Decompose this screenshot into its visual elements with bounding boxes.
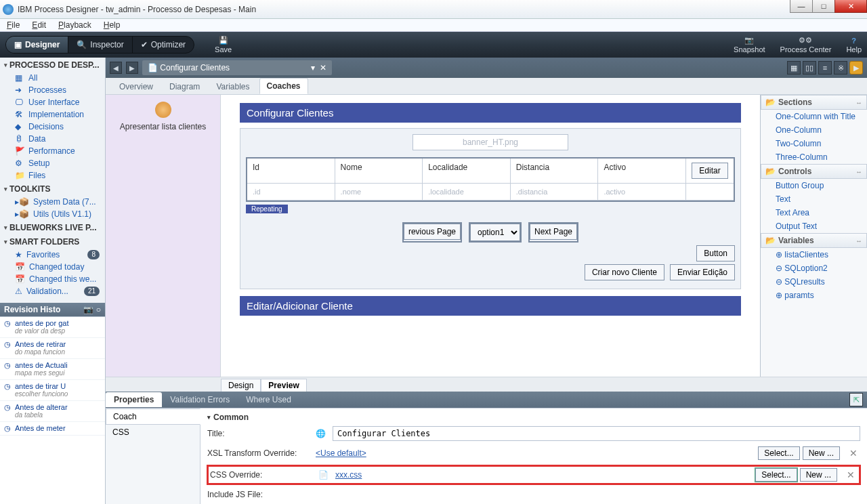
sidebar-item-utils[interactable]: ▸📦Utils (Utils V1.1) bbox=[0, 208, 105, 220]
page-select[interactable]: option1 bbox=[470, 224, 520, 241]
snapshot-button[interactable]: 📷Snapshot bbox=[734, 36, 765, 54]
palette-item[interactable]: Two-Column bbox=[761, 137, 867, 150]
revision-item[interactable]: ◷antes de tirar Uescolher funciono bbox=[0, 380, 105, 401]
palette-item[interactable]: Output Text bbox=[761, 219, 867, 233]
tab-overview[interactable]: Overview bbox=[112, 79, 160, 94]
title-input[interactable] bbox=[333, 426, 860, 441]
tab-inspector[interactable]: 🔍Inspector bbox=[68, 37, 132, 53]
palette-var[interactable]: ⊕ paramts bbox=[761, 289, 867, 302]
revision-item[interactable]: ◷antes de Actualimapa mes segui bbox=[0, 359, 105, 380]
section-header[interactable]: Configurar Clientes bbox=[240, 103, 741, 123]
locale-icon[interactable]: 🌐 bbox=[316, 429, 326, 438]
banner-placeholder[interactable]: banner_HT.png bbox=[413, 134, 568, 150]
palette-item[interactable]: One-Column bbox=[761, 123, 867, 137]
sidebar-item-setup[interactable]: ⚙Setup bbox=[0, 157, 105, 169]
revision-item[interactable]: ◷Antes de retirardo mapa funcion bbox=[0, 338, 105, 359]
palette-item[interactable]: Three-Column bbox=[761, 150, 867, 164]
close-tab-icon[interactable]: ✕ bbox=[320, 63, 326, 72]
menu-help[interactable]: Help bbox=[101, 20, 123, 30]
tab-preview[interactable]: Preview bbox=[261, 379, 306, 392]
propcat-css[interactable]: CSS bbox=[106, 425, 200, 440]
sidebar-item-files[interactable]: 📁Files bbox=[0, 169, 105, 182]
nav-back[interactable]: ◀ bbox=[110, 62, 122, 74]
criar-cliente-button[interactable]: Criar novo Cliente bbox=[585, 264, 664, 280]
minimize-button[interactable]: — bbox=[790, 0, 813, 13]
tool-play[interactable]: ▶ bbox=[849, 61, 863, 75]
prev-page-button[interactable]: revious Page bbox=[404, 224, 461, 240]
sidebar-item-changed-week[interactable]: 📅Changed this we... bbox=[0, 273, 105, 285]
coach-selector[interactable]: Apresentar lista clientes bbox=[106, 95, 221, 377]
palette-item[interactable]: One-Column with Title bbox=[761, 110, 867, 123]
revision-item[interactable]: ◷antes de por gatde valor da desp bbox=[0, 317, 105, 338]
tool-grid[interactable]: ▦ bbox=[787, 61, 801, 75]
tab-properties[interactable]: Properties bbox=[106, 392, 162, 407]
tab-diagram[interactable]: Diagram bbox=[163, 79, 207, 94]
chevron-down-icon[interactable]: ▾ bbox=[311, 63, 315, 72]
generic-button[interactable]: Button bbox=[696, 245, 735, 261]
sidebar-cat-toolkits[interactable]: TOOLKITS bbox=[0, 182, 105, 196]
revision-history-header[interactable]: Revision Histo 📷 ○ bbox=[0, 303, 105, 316]
sidebar-cat-smart[interactable]: SMART FOLDERS bbox=[0, 234, 105, 249]
tab-validation-errors[interactable]: Validation Errors bbox=[162, 392, 238, 407]
menu-edit[interactable]: Edit bbox=[29, 20, 49, 30]
sidebar-item-perf[interactable]: 🚩Performance bbox=[0, 145, 105, 157]
sidebar-item-all[interactable]: ▦All bbox=[0, 72, 105, 84]
sidebar-item-favorites[interactable]: ★Favorites8 bbox=[0, 249, 105, 261]
section-header-2[interactable]: Editar/Adicionar Cliente bbox=[240, 296, 741, 316]
palette-item[interactable]: Text Area bbox=[761, 206, 867, 219]
editar-button[interactable]: Editar bbox=[692, 163, 727, 179]
css-select-button[interactable]: Select... bbox=[755, 468, 797, 482]
tab-variables[interactable]: Variables bbox=[209, 79, 256, 94]
xsl-select-button[interactable]: Select... bbox=[758, 446, 799, 460]
sidebar-item-ui[interactable]: 🖵User Interface bbox=[0, 96, 105, 108]
sidebar-item-validation[interactable]: ⚠Validation...21 bbox=[0, 285, 105, 297]
palette-sections[interactable]: 📂 Sections↔ bbox=[761, 95, 867, 110]
revision-item[interactable]: ◷Antes de meter bbox=[0, 422, 105, 436]
save-button[interactable]: 💾 Save bbox=[215, 36, 232, 54]
xsl-new-button[interactable]: New ... bbox=[803, 446, 840, 460]
sidebar-item-decisions[interactable]: ◆Decisions bbox=[0, 121, 105, 133]
propcat-coach[interactable]: Coach bbox=[106, 408, 200, 425]
palette-var[interactable]: ⊖ SQLoption2 bbox=[761, 261, 867, 275]
group-common[interactable]: Common bbox=[207, 413, 860, 422]
refresh-icon[interactable]: ○ bbox=[96, 305, 101, 314]
sidebar-item-processes[interactable]: ➜Processes bbox=[0, 84, 105, 96]
palette-var[interactable]: ⊕ listaClientes bbox=[761, 248, 867, 261]
maximize-button[interactable]: □ bbox=[812, 0, 835, 13]
tool-list[interactable]: ≡ bbox=[818, 61, 832, 75]
sidebar-item-impl[interactable]: 🛠Implementation bbox=[0, 108, 105, 121]
revision-item[interactable]: ◷Antes de alterarda tabela bbox=[0, 401, 105, 422]
menu-file[interactable]: File bbox=[4, 20, 22, 30]
process-center-button[interactable]: ⚙⚙Process Center bbox=[780, 36, 832, 54]
sidebar-item-systemdata[interactable]: ▸📦System Data (7... bbox=[0, 196, 105, 208]
nav-fwd[interactable]: ▶ bbox=[126, 62, 138, 74]
palette-item[interactable]: Text bbox=[761, 192, 867, 206]
tab-design[interactable]: Design bbox=[221, 379, 261, 392]
tool-bug[interactable]: ※ bbox=[834, 61, 847, 75]
css-clear-icon[interactable]: ✕ bbox=[844, 469, 858, 480]
css-file-link[interactable]: xxx.css bbox=[335, 470, 748, 480]
enviar-edicao-button[interactable]: Enviar Edição bbox=[670, 264, 735, 280]
document-tab[interactable]: 📄 Configurar Clientes ▾ ✕ bbox=[142, 60, 332, 75]
sidebar-cat-processo[interactable]: PROCESSO DE DESP... bbox=[0, 58, 105, 72]
next-page-button[interactable]: Next Page bbox=[530, 224, 577, 240]
sidebar-item-changed-today[interactable]: 📅Changed today bbox=[0, 261, 105, 273]
xsl-clear-icon[interactable]: ✕ bbox=[847, 448, 860, 459]
clients-grid[interactable]: Id Nome Localidade Distancia Activo Edit… bbox=[246, 157, 735, 202]
sidebar-cat-blueworks[interactable]: BLUEWORKS LIVE P... bbox=[0, 220, 105, 234]
tool-split[interactable]: ▯▯ bbox=[803, 61, 816, 75]
palette-var[interactable]: ⊖ SQLresults bbox=[761, 275, 867, 289]
tab-optimizer[interactable]: ✔Optimizer bbox=[133, 37, 194, 53]
close-button[interactable]: ✕ bbox=[834, 0, 867, 13]
tab-where-used[interactable]: Where Used bbox=[238, 392, 299, 407]
css-new-button[interactable]: New ... bbox=[800, 468, 837, 482]
detach-icon[interactable]: ⇱ bbox=[849, 393, 863, 406]
tab-coaches[interactable]: Coaches bbox=[259, 78, 308, 94]
palette-item[interactable]: Button Group bbox=[761, 179, 867, 192]
sidebar-item-data[interactable]: 🛢Data bbox=[0, 133, 105, 145]
tab-designer[interactable]: ▣Designer bbox=[6, 37, 68, 53]
xsl-default-link[interactable]: <Use default> bbox=[316, 448, 751, 458]
help-button[interactable]: ?Help bbox=[846, 37, 862, 54]
menu-playback[interactable]: Playback bbox=[56, 20, 94, 30]
palette-controls[interactable]: 📂 Controls↔ bbox=[761, 164, 867, 179]
